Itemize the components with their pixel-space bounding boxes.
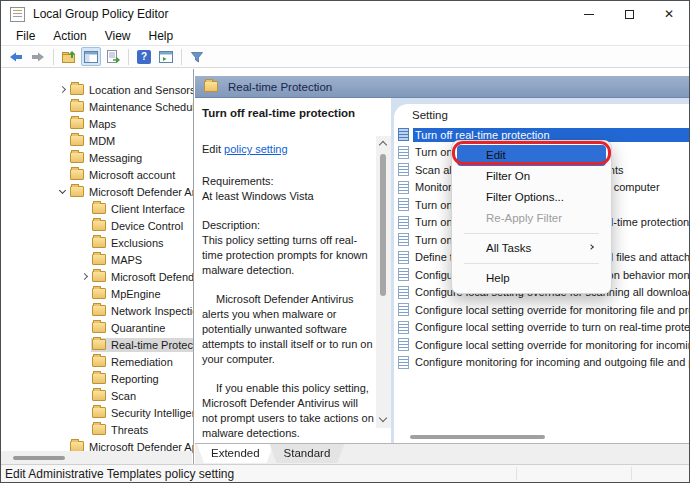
context-menu-item-label: Re-Apply Filter bbox=[486, 212, 562, 224]
folder-icon bbox=[70, 135, 84, 146]
expand-chevron-icon[interactable] bbox=[79, 220, 91, 232]
setting-column-header[interactable]: Setting bbox=[394, 104, 689, 126]
expand-chevron-icon[interactable] bbox=[57, 101, 69, 113]
context-menu-item-label: Edit bbox=[486, 149, 506, 161]
tree-item[interactable]: Security Intelligence Updates bbox=[1, 404, 193, 421]
tree-item-label: Client Interface bbox=[111, 203, 185, 215]
export-list-icon[interactable] bbox=[103, 47, 123, 66]
description-scrollbar[interactable] bbox=[376, 98, 391, 443]
scroll-up-icon[interactable] bbox=[380, 140, 386, 146]
tab-standard[interactable]: Standard bbox=[270, 444, 345, 463]
tree-item-microsoft-defender-antivirus[interactable]: Microsoft Defender Antivirus bbox=[1, 183, 193, 200]
tree-item[interactable]: Reporting bbox=[1, 370, 193, 387]
tree-item[interactable]: Client Interface bbox=[1, 200, 193, 217]
close-button[interactable]: ✕ bbox=[649, 1, 689, 27]
context-menu-edit[interactable]: Edit bbox=[457, 145, 606, 166]
scroll-down-icon[interactable] bbox=[380, 416, 386, 422]
expand-chevron-icon[interactable] bbox=[57, 118, 69, 130]
context-menu-separator[interactable] bbox=[464, 263, 599, 264]
context-menu-filter-on[interactable]: Filter On bbox=[457, 166, 606, 187]
help-icon[interactable]: ? bbox=[134, 47, 154, 66]
tree-item-real-time-protection[interactable]: Real-time Protection bbox=[1, 336, 193, 353]
context-menu-reapply-filter[interactable]: Re-Apply Filter bbox=[457, 208, 606, 229]
tree-item[interactable]: Device Control bbox=[1, 217, 193, 234]
expand-chevron-icon[interactable] bbox=[79, 305, 91, 317]
expand-chevron-icon[interactable] bbox=[79, 390, 91, 402]
expand-chevron-icon[interactable] bbox=[79, 254, 91, 266]
menu-file[interactable]: File bbox=[7, 28, 44, 45]
policy-setting-row[interactable]: Configure monitoring for incoming and ou… bbox=[394, 354, 689, 372]
expand-chevron-icon[interactable] bbox=[79, 322, 91, 334]
description-label: Description: bbox=[202, 218, 374, 233]
expand-chevron-icon[interactable] bbox=[57, 135, 69, 147]
menu-view[interactable]: View bbox=[96, 28, 140, 45]
tree-item[interactable]: MDM bbox=[1, 132, 193, 149]
minimize-button[interactable] bbox=[569, 1, 609, 27]
expand-chevron-icon[interactable] bbox=[79, 424, 91, 436]
folder-icon bbox=[92, 220, 106, 231]
local-group-policy-editor-window: Local Group Policy Editor ✕ FileActionVi… bbox=[0, 0, 690, 483]
policy-setting-row[interactable]: Configure local setting override for mon… bbox=[394, 301, 689, 319]
expand-chevron-icon[interactable] bbox=[79, 237, 91, 249]
minimize-icon bbox=[584, 14, 594, 15]
expand-chevron-icon[interactable] bbox=[79, 407, 91, 419]
context-menu-all-tasks[interactable]: All Tasks bbox=[457, 238, 606, 259]
expand-chevron-icon[interactable] bbox=[79, 373, 91, 385]
tree-item[interactable]: Exclusions bbox=[1, 234, 193, 251]
tree-item-label: MAPS bbox=[111, 254, 142, 266]
tree-item[interactable]: Scan bbox=[1, 387, 193, 404]
results-pane: Real-time Protection Turn off real-time … bbox=[195, 69, 689, 464]
filter-icon[interactable] bbox=[187, 47, 207, 66]
tree-item-label: Exclusions bbox=[111, 237, 164, 249]
tree-horizontal-scrollbar-thumb[interactable] bbox=[13, 456, 65, 460]
tree-item[interactable]: Microsoft account bbox=[1, 166, 193, 183]
tree-item[interactable]: Maps bbox=[1, 115, 193, 132]
tree-item[interactable]: Messaging bbox=[1, 149, 193, 166]
tree-item[interactable]: Threats bbox=[1, 421, 193, 438]
toolbar-separator bbox=[53, 49, 54, 65]
submenu-arrow-icon bbox=[588, 244, 594, 250]
requirements-value: At least Windows Vista bbox=[202, 189, 374, 204]
tree-item[interactable]: Network Inspection System bbox=[1, 302, 193, 319]
context-menu-separator[interactable] bbox=[464, 233, 599, 234]
folder-icon bbox=[70, 186, 84, 197]
expand-chevron-icon[interactable] bbox=[79, 356, 91, 368]
scrollbar-thumb[interactable] bbox=[380, 154, 386, 296]
show-console-tree-icon[interactable] bbox=[81, 47, 101, 66]
back-icon[interactable] bbox=[6, 47, 26, 66]
tree-item[interactable]: MpEngine bbox=[1, 285, 193, 302]
expand-chevron-icon[interactable] bbox=[57, 186, 69, 198]
policy-setting-row[interactable]: Configure local setting override for mon… bbox=[394, 336, 689, 354]
tree-item[interactable]: Maintenance Scheduler bbox=[1, 98, 193, 115]
expand-chevron-icon[interactable] bbox=[79, 288, 91, 300]
folder-icon bbox=[70, 118, 84, 129]
forward-icon[interactable] bbox=[28, 47, 48, 66]
expand-chevron-icon[interactable] bbox=[57, 152, 69, 164]
policy-document-icon bbox=[398, 146, 409, 159]
tree-item[interactable]: Quarantine bbox=[1, 319, 193, 336]
policy-document-icon bbox=[398, 233, 409, 246]
tree-item[interactable]: Microsoft Defender Exploit Guard bbox=[1, 268, 193, 285]
context-menu-filter-options[interactable]: Filter Options... bbox=[457, 187, 606, 208]
expand-chevron-icon[interactable] bbox=[79, 203, 91, 215]
maximize-button[interactable] bbox=[609, 1, 649, 27]
expand-chevron-icon[interactable] bbox=[57, 84, 69, 96]
policy-setting-row[interactable]: Configure local setting override to turn… bbox=[394, 319, 689, 337]
expand-chevron-icon[interactable] bbox=[57, 169, 69, 181]
tree-item[interactable]: Remediation bbox=[1, 353, 193, 370]
tree-item[interactable]: MAPS bbox=[1, 251, 193, 268]
tree-horizontal-scrollbar[interactable] bbox=[1, 451, 192, 464]
tree-item-location-and-sensors[interactable]: Location and Sensors bbox=[1, 81, 193, 98]
expand-chevron-icon[interactable] bbox=[79, 271, 91, 283]
context-menu-help[interactable]: Help bbox=[457, 268, 606, 289]
list-horizontal-scrollbar-thumb[interactable] bbox=[410, 435, 545, 439]
menu-help[interactable]: Help bbox=[140, 28, 183, 45]
policy-setting-link[interactable]: policy setting bbox=[224, 143, 288, 155]
show-action-pane-icon[interactable] bbox=[156, 47, 176, 66]
tree-item-label: Maintenance Scheduler bbox=[89, 101, 193, 113]
expand-chevron-icon[interactable] bbox=[79, 339, 91, 351]
up-one-level-icon[interactable] bbox=[59, 47, 79, 66]
tab-extended[interactable]: Extended bbox=[197, 444, 274, 463]
folder-icon bbox=[92, 322, 106, 333]
menu-action[interactable]: Action bbox=[44, 28, 95, 45]
